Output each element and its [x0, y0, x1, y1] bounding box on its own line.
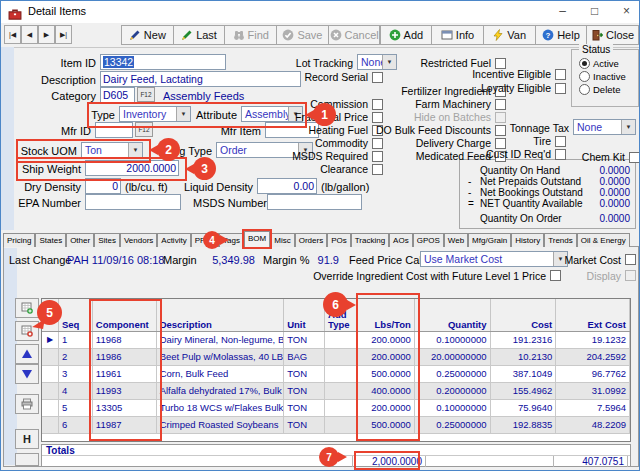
- status-radio-delete[interactable]: [579, 84, 590, 95]
- farm-machinery-checkbox[interactable]: [495, 99, 506, 110]
- tab-misc[interactable]: Misc: [270, 233, 294, 247]
- main-toolbar: |◀◀▶▶|NewLastFindSaveCancelAddInfoVan?He…: [1, 23, 639, 48]
- market-cost-checkbox[interactable]: [625, 254, 636, 265]
- epa-number-input[interactable]: [85, 194, 181, 210]
- table-row[interactable]: 211986Beet Pulp w/Molassas, 40 LBBAG200.…: [42, 349, 630, 366]
- clearance-checkbox[interactable]: [372, 164, 383, 175]
- quantity-summary-panel: Quantity On Hand0.0000-Net Prepaids Outs…: [459, 159, 636, 229]
- mfr-id-input[interactable]: [95, 122, 133, 138]
- tire-checkbox[interactable]: [555, 136, 566, 147]
- tab-tracking[interactable]: Tracking: [351, 233, 389, 247]
- last-button[interactable]: Last: [173, 25, 226, 45]
- tab-aos[interactable]: AOs: [389, 233, 413, 247]
- title-bar: Detail Items – □ ×: [1, 1, 639, 24]
- maximize-button[interactable]: □: [581, 1, 608, 22]
- tab-history[interactable]: History: [511, 233, 544, 247]
- tonnage-tax-dropdown[interactable]: None▼: [573, 119, 636, 135]
- help-button-label: Help: [557, 29, 580, 41]
- mfr-id-lookup-button[interactable]: F12: [135, 122, 153, 137]
- dropdown-arrow-icon[interactable]: ▼: [621, 120, 635, 134]
- dropdown-arrow-icon[interactable]: ▼: [128, 143, 142, 157]
- info-button[interactable]: Info: [431, 25, 484, 45]
- display-checkbox[interactable]: [625, 270, 636, 281]
- tab-mfg-grain[interactable]: Mfg/Grain: [468, 233, 511, 247]
- tab-orders[interactable]: Orders: [295, 233, 327, 247]
- cancel-button[interactable]: Cancel: [328, 25, 381, 45]
- column-header-quantity[interactable]: Quantity: [415, 299, 491, 331]
- msds-number-input[interactable]: [267, 194, 362, 210]
- last-record-button[interactable]: ▶|: [55, 25, 72, 44]
- callout-5: 5: [37, 300, 62, 325]
- move-up-button[interactable]: [15, 344, 39, 364]
- table-row[interactable]: 411993Alfalfa dehydrated 17%, BulkTON400…: [42, 383, 630, 400]
- category-input[interactable]: D605: [100, 87, 135, 103]
- column-header-lbs-ton[interactable]: Lbs/Ton: [358, 299, 415, 331]
- tab-vendors[interactable]: Vendors: [120, 233, 157, 247]
- incentive-eligible-checkbox[interactable]: [555, 69, 566, 80]
- column-header-seq[interactable]: Seq: [59, 299, 93, 331]
- minimize-button[interactable]: –: [549, 1, 576, 22]
- tab-states[interactable]: States: [35, 233, 66, 247]
- liquid-density-input[interactable]: 0.00: [257, 178, 317, 194]
- chem-kit-checkbox[interactable]: [629, 152, 640, 163]
- new-button[interactable]: New: [121, 25, 174, 45]
- tab-bom[interactable]: BOM: [244, 231, 270, 247]
- hold-button[interactable]: H: [15, 429, 39, 449]
- cell-add-type: [325, 332, 358, 348]
- save-button[interactable]: Save: [276, 25, 329, 45]
- tab-activity[interactable]: Activity: [157, 233, 190, 247]
- close-window-button[interactable]: ×: [613, 1, 640, 22]
- override-ingredient-cost-checkbox[interactable]: [550, 270, 561, 281]
- table-row[interactable]: 513305Turbo 18 WCS w/Flakes BulkTON200.0…: [42, 400, 630, 417]
- move-down-button[interactable]: [15, 364, 39, 384]
- stock-uom-dropdown[interactable]: Ton▼: [81, 142, 143, 158]
- cell-component: 11987: [93, 417, 157, 433]
- cell-lbs-ton: 500.0000: [358, 417, 415, 433]
- net-bookings-outstand-value: 0.0000: [570, 187, 630, 198]
- table-row[interactable]: ▶111968Dairy Mineral, Non-legume, BulkTO…: [42, 332, 630, 349]
- column-header-component[interactable]: Component: [93, 299, 157, 331]
- first-record-button[interactable]: |◀: [4, 25, 21, 44]
- column-header-description[interactable]: Description: [157, 299, 285, 331]
- column-header-unit[interactable]: Unit: [284, 299, 325, 331]
- tab-trends[interactable]: Trends: [544, 233, 577, 247]
- category-lookup-button[interactable]: F12: [137, 87, 155, 102]
- status-radio-inactive[interactable]: [579, 71, 590, 82]
- tab-oil-energy[interactable]: Oil & Energy: [577, 233, 630, 247]
- add-row-button[interactable]: [15, 298, 39, 318]
- status-radio-active[interactable]: [579, 58, 590, 69]
- tab-pricing[interactable]: Pricing: [3, 233, 35, 247]
- hide-on-batches-checkbox[interactable]: [495, 112, 506, 123]
- help-button[interactable]: ?Help: [535, 25, 588, 45]
- column-header-ext-cost[interactable]: Ext Cost: [556, 299, 630, 331]
- column-header-cost[interactable]: Cost: [491, 299, 557, 331]
- question-circle-icon: ?: [542, 29, 554, 41]
- previous-record-button[interactable]: ◀: [21, 25, 38, 44]
- print-grid-button[interactable]: [15, 394, 39, 414]
- close-button[interactable]: Close: [586, 25, 639, 45]
- net-prepaids-outstand-value: 0.0000: [570, 176, 630, 187]
- tab-other[interactable]: Other: [66, 233, 94, 247]
- tab-web[interactable]: Web: [444, 233, 468, 247]
- msds-number-label: MSDS Number: [193, 197, 263, 209]
- row-selector-cell: [42, 400, 59, 416]
- tab-gpos[interactable]: GPOS: [413, 233, 444, 247]
- info-window-icon: [441, 29, 453, 41]
- record-serial-checkbox[interactable]: [372, 72, 383, 83]
- find-button[interactable]: Find: [224, 25, 277, 45]
- tab-pos[interactable]: POs: [327, 233, 351, 247]
- binoculars-icon: [233, 29, 245, 41]
- add-button[interactable]: Add: [380, 25, 433, 45]
- table-row[interactable]: 611987Crimped Roasted SoybeansTON500.000…: [42, 417, 630, 434]
- cell-quantity: 0.10000000: [415, 400, 491, 416]
- cell-ext-cost: 19.1232: [556, 332, 630, 348]
- van-button[interactable]: Van: [483, 25, 536, 45]
- tab-sites[interactable]: Sites: [94, 233, 120, 247]
- dry-density-input[interactable]: 0: [85, 178, 121, 194]
- table-row[interactable]: 311961Corn, Bulk FeedTON500.00000.250000…: [42, 366, 630, 383]
- item-id-input[interactable]: 13342: [100, 54, 226, 70]
- loyalty-eligible-checkbox[interactable]: [555, 83, 566, 94]
- ship-weight-input[interactable]: 2000.0000: [85, 160, 179, 176]
- ext-cost-total: 407.0751: [553, 456, 628, 467]
- next-record-button[interactable]: ▶: [38, 25, 55, 44]
